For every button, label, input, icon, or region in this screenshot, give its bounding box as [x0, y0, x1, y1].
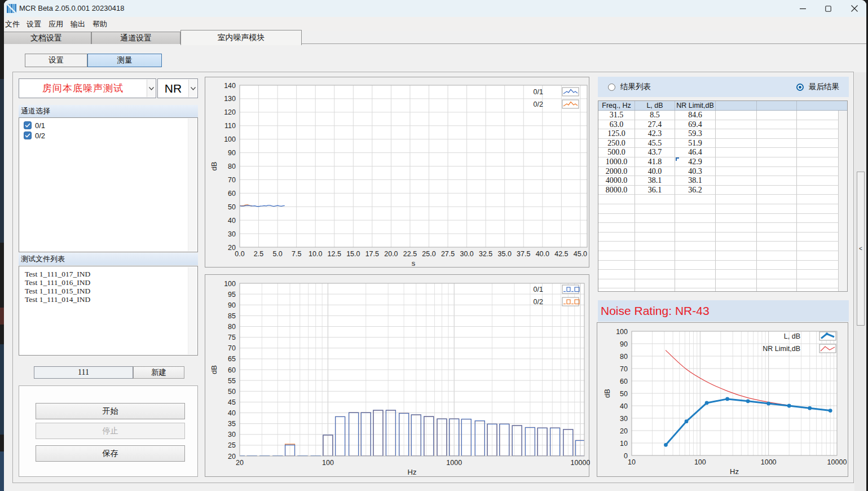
table-cell[interactable]: 38.1 — [635, 176, 675, 186]
table-cell[interactable]: 42.3 — [635, 129, 675, 139]
table-cell[interactable] — [716, 176, 757, 186]
table-cell[interactable] — [757, 242, 797, 251]
table-cell[interactable] — [797, 120, 839, 130]
table-cell[interactable] — [598, 195, 635, 204]
panel-collapse-button[interactable]: < — [857, 172, 865, 326]
table-cell[interactable] — [797, 270, 839, 279]
table-cell[interactable]: 45.5 — [635, 139, 675, 148]
table-cell[interactable]: 42.9 — [675, 157, 716, 167]
menu-item-2[interactable]: 设置 — [27, 17, 41, 31]
table-cell[interactable] — [635, 233, 675, 242]
table-cell[interactable] — [757, 195, 797, 204]
table-cell[interactable] — [797, 139, 839, 148]
table-cell[interactable] — [797, 204, 839, 214]
channel-item-0/2[interactable]: 0/2 — [24, 130, 45, 141]
file-list-item[interactable]: Test 1_111_014_IND — [25, 295, 186, 304]
table-cell[interactable] — [716, 148, 757, 157]
maximize-button[interactable] — [816, 0, 841, 17]
table-cell[interactable] — [716, 157, 757, 167]
table-cell[interactable] — [598, 279, 635, 289]
table-cell[interactable] — [675, 279, 716, 289]
table-cell[interactable] — [716, 120, 757, 130]
file-name-input[interactable]: 111 — [34, 366, 133, 379]
table-cell[interactable] — [797, 129, 839, 139]
table-cell[interactable]: 41.8 — [635, 157, 675, 167]
stop-button[interactable]: 停止 — [36, 423, 185, 439]
test-type-combobox[interactable]: 房间本底噪声测试 — [19, 78, 156, 98]
table-cell[interactable]: 4000.0 — [598, 176, 635, 186]
table-cell[interactable] — [716, 242, 757, 251]
table-cell[interactable] — [675, 195, 716, 204]
table-cell[interactable] — [675, 223, 716, 233]
table-cell[interactable] — [797, 261, 839, 270]
table-cell[interactable] — [716, 270, 757, 279]
table-cell[interactable] — [797, 111, 839, 120]
table-cell[interactable] — [757, 186, 797, 195]
table-cell[interactable] — [716, 279, 757, 289]
table-cell[interactable] — [716, 167, 757, 177]
minimize-button[interactable] — [790, 0, 816, 17]
table-cell[interactable] — [716, 129, 757, 139]
table-cell[interactable] — [598, 204, 635, 214]
table-cell[interactable]: 36.2 — [675, 186, 716, 195]
table-cell[interactable] — [635, 195, 675, 204]
table-cell[interactable] — [598, 288, 635, 292]
table-cell[interactable] — [716, 204, 757, 214]
table-cell[interactable] — [598, 233, 635, 242]
save-button[interactable]: 保存 — [36, 445, 185, 462]
table-cell[interactable] — [757, 129, 797, 139]
table-cell[interactable] — [716, 261, 757, 270]
table-cell[interactable] — [716, 223, 757, 233]
menu-item-5[interactable]: 帮助 — [92, 17, 107, 31]
table-cell[interactable] — [757, 176, 797, 186]
table-cell[interactable] — [797, 186, 839, 195]
table-cell[interactable] — [757, 223, 797, 233]
file-list-item[interactable]: Test 1_111_016_IND — [25, 278, 186, 287]
table-cell[interactable] — [675, 288, 716, 292]
table-cell[interactable] — [598, 242, 635, 251]
table-cell[interactable] — [757, 214, 797, 223]
table-cell[interactable] — [635, 261, 675, 270]
table-cell[interactable] — [716, 233, 757, 242]
table-cell[interactable]: 36.1 — [635, 186, 675, 195]
table-cell[interactable] — [797, 233, 839, 242]
table-cell[interactable] — [757, 111, 797, 120]
table-cell[interactable]: 40.0 — [635, 167, 675, 177]
table-cell[interactable] — [635, 270, 675, 279]
menu-item-1[interactable]: 文件 — [5, 17, 20, 31]
table-cell[interactable] — [797, 242, 839, 251]
table-cell[interactable] — [797, 157, 839, 167]
table-cell[interactable] — [675, 214, 716, 223]
table-cell[interactable]: 2000.0 — [598, 167, 635, 177]
table-cell[interactable] — [716, 111, 757, 120]
table-cell[interactable]: 40.3 — [675, 167, 716, 177]
rating-combobox[interactable]: NR — [157, 78, 198, 98]
table-cell[interactable] — [757, 279, 797, 289]
table-cell[interactable]: 8000.0 — [598, 186, 635, 195]
table-cell[interactable] — [757, 139, 797, 148]
main-tab-1[interactable]: 文档设置 — [4, 32, 91, 44]
menu-item-3[interactable]: 应用 — [49, 17, 63, 31]
table-cell[interactable] — [757, 120, 797, 130]
scrollbar-track[interactable] — [188, 267, 197, 354]
table-cell[interactable]: 51.9 — [675, 139, 716, 148]
radio-last-result[interactable]: 最后结果 — [796, 77, 839, 97]
table-cell[interactable] — [716, 214, 757, 223]
table-cell[interactable] — [598, 251, 635, 261]
table-cell[interactable] — [675, 251, 716, 261]
table-cell[interactable] — [757, 157, 797, 167]
channel-item-0/1[interactable]: 0/1 — [24, 120, 45, 130]
table-cell[interactable]: 125.0 — [598, 129, 635, 139]
table-cell[interactable] — [757, 288, 797, 292]
table-cell[interactable] — [757, 233, 797, 242]
table-cell[interactable] — [716, 195, 757, 204]
title-bar[interactable]: MCR Beta 2.05.0.001 20230418 — [4, 0, 866, 17]
main-tab-2[interactable]: 通道设置 — [91, 32, 180, 44]
table-cell[interactable] — [598, 261, 635, 270]
table-cell[interactable] — [716, 288, 757, 292]
table-cell[interactable] — [635, 251, 675, 261]
table-cell[interactable]: 500.0 — [598, 148, 635, 157]
table-cell[interactable]: 38.1 — [675, 176, 716, 186]
table-cell[interactable] — [598, 270, 635, 279]
table-cell[interactable] — [675, 261, 716, 270]
